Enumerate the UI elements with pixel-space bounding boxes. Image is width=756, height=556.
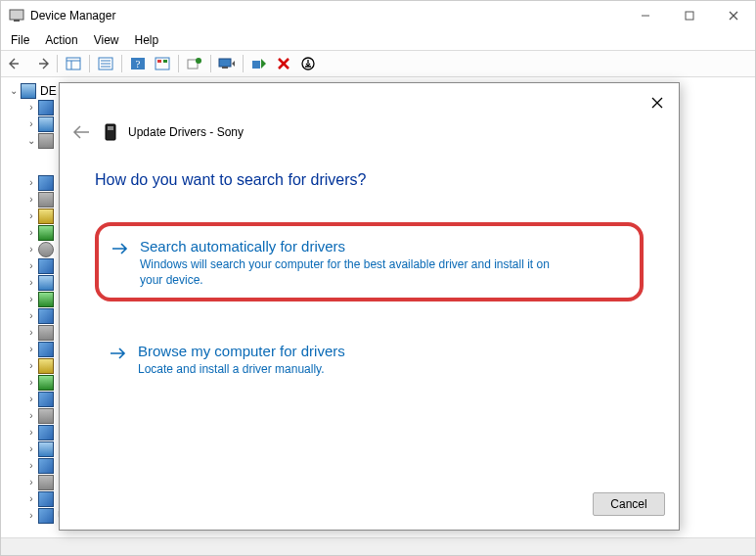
- action-icon[interactable]: [151, 53, 174, 74]
- device-category-icon: [38, 100, 54, 116]
- dialog-header: Update Drivers - Sony: [60, 83, 679, 144]
- toolbar-separator: [57, 55, 58, 72]
- menu-help[interactable]: Help: [127, 31, 167, 49]
- chevron-right-icon[interactable]: ›: [24, 327, 38, 338]
- toolbar-separator: [178, 55, 179, 72]
- arrow-right-icon: [109, 343, 128, 377]
- svg-rect-20: [219, 59, 231, 67]
- menu-action[interactable]: Action: [37, 31, 85, 49]
- enable-device-icon[interactable]: [247, 53, 271, 74]
- cancel-button[interactable]: Cancel: [593, 492, 665, 516]
- chevron-right-icon[interactable]: ›: [24, 194, 38, 205]
- help-icon[interactable]: ?: [126, 53, 150, 74]
- scan-hardware-icon[interactable]: [215, 53, 239, 74]
- svg-rect-21: [222, 67, 228, 69]
- svg-rect-15: [156, 58, 169, 70]
- device-category-icon: [38, 133, 54, 149]
- chevron-down-icon[interactable]: ⌄: [7, 85, 21, 96]
- svg-rect-22: [252, 61, 260, 69]
- disable-device-icon[interactable]: [296, 53, 320, 74]
- toolbar-separator: [210, 55, 211, 72]
- device-category-icon: [38, 375, 54, 391]
- device-category-icon: [38, 475, 54, 490]
- svg-point-19: [196, 58, 201, 64]
- update-drivers-dialog: Update Drivers - Sony How do you want to…: [59, 82, 680, 531]
- device-category-icon: [38, 292, 54, 307]
- device-category-icon: [38, 325, 54, 341]
- chevron-right-icon[interactable]: ›: [24, 477, 38, 487]
- chevron-right-icon[interactable]: ›: [24, 244, 38, 255]
- option-browse-computer[interactable]: Browse my computer for drivers Locate an…: [95, 329, 644, 389]
- chevron-right-icon[interactable]: ›: [24, 410, 38, 421]
- svg-rect-3: [686, 12, 693, 20]
- minimize-button[interactable]: [623, 1, 667, 30]
- chevron-right-icon[interactable]: ›: [24, 210, 38, 221]
- device-category-icon: [38, 441, 54, 457]
- device-category-icon: [38, 116, 54, 132]
- device-category-icon: [38, 275, 54, 291]
- chevron-right-icon[interactable]: ›: [24, 460, 38, 471]
- chevron-right-icon[interactable]: ›: [24, 310, 38, 321]
- dialog-options: Search automatically for drivers Windows…: [60, 222, 679, 390]
- chevron-right-icon[interactable]: ›: [24, 102, 38, 113]
- chevron-right-icon[interactable]: ›: [24, 344, 38, 354]
- menu-view[interactable]: View: [86, 31, 127, 49]
- option-title: Search automatically for drivers: [140, 238, 560, 255]
- uninstall-device-icon[interactable]: [272, 53, 295, 74]
- device-category-icon: [38, 458, 54, 474]
- svg-rect-0: [10, 10, 23, 20]
- menu-file[interactable]: File: [3, 31, 37, 49]
- dialog-close-button[interactable]: [644, 91, 671, 115]
- chevron-down-icon[interactable]: ⌄: [24, 135, 38, 146]
- toolbar: ?: [1, 50, 755, 77]
- update-driver-icon[interactable]: [183, 53, 206, 74]
- device-category-icon: [38, 308, 54, 324]
- device-category-icon: [38, 425, 54, 440]
- option-title: Browse my computer for drivers: [138, 343, 345, 359]
- chevron-right-icon[interactable]: ›: [24, 118, 38, 129]
- dialog-title: Update Drivers - Sony: [128, 125, 244, 139]
- chevron-right-icon[interactable]: ›: [24, 294, 38, 304]
- chevron-right-icon[interactable]: ›: [24, 377, 38, 388]
- svg-rect-6: [67, 58, 80, 70]
- tree-root-label: DE: [40, 84, 57, 98]
- device-category-icon: [38, 408, 54, 424]
- option-description: Locate and install a driver manually.: [138, 361, 345, 377]
- maximize-button[interactable]: [667, 1, 711, 30]
- back-icon[interactable]: [5, 53, 28, 74]
- window-controls: [623, 1, 755, 30]
- show-hide-console-icon[interactable]: [62, 53, 85, 74]
- dialog-footer: Cancel: [593, 492, 665, 516]
- device-category-icon: [38, 258, 54, 274]
- chevron-right-icon[interactable]: ›: [24, 177, 38, 188]
- chevron-right-icon[interactable]: ›: [24, 277, 38, 288]
- chevron-right-icon[interactable]: ›: [24, 493, 38, 504]
- device-category-icon: [38, 342, 54, 357]
- device-category-icon: [38, 358, 54, 374]
- chevron-right-icon[interactable]: ›: [24, 427, 38, 438]
- properties-icon[interactable]: [94, 53, 117, 74]
- device-category-icon: [38, 491, 54, 507]
- chevron-right-icon[interactable]: ›: [24, 227, 38, 238]
- option-search-automatically[interactable]: Search automatically for drivers Windows…: [95, 222, 644, 301]
- device-icon: [103, 122, 118, 142]
- menubar: File Action View Help: [1, 30, 755, 50]
- close-button[interactable]: [711, 1, 755, 30]
- forward-icon[interactable]: [29, 53, 53, 74]
- back-arrow-icon[interactable]: [69, 120, 93, 144]
- svg-rect-17: [163, 60, 167, 63]
- toolbar-separator: [243, 55, 244, 72]
- titlebar: Device Manager: [1, 1, 755, 30]
- chevron-right-icon[interactable]: ›: [24, 360, 38, 371]
- arrow-right-icon: [111, 238, 130, 288]
- app-icon: [9, 8, 24, 23]
- chevron-right-icon[interactable]: ›: [24, 510, 38, 521]
- dialog-heading: How do you want to search for drivers?: [95, 171, 679, 189]
- chevron-right-icon[interactable]: ›: [24, 443, 38, 454]
- device-category-icon: [38, 242, 54, 257]
- device-category-icon: [38, 392, 54, 407]
- device-category-icon: [38, 175, 54, 191]
- chevron-right-icon[interactable]: ›: [24, 394, 38, 404]
- chevron-right-icon[interactable]: ›: [24, 260, 38, 271]
- window-title: Device Manager: [30, 9, 623, 23]
